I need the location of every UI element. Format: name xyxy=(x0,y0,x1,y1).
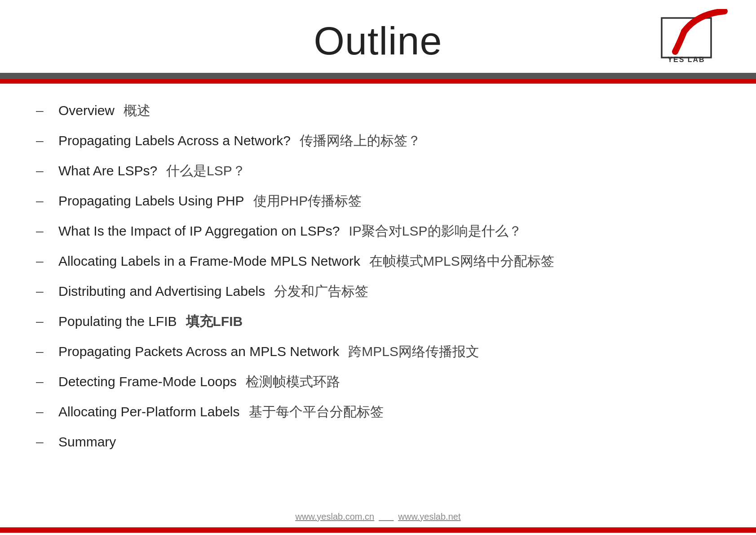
list-dash: – xyxy=(36,373,49,390)
list-dash: – xyxy=(36,132,49,149)
list-item: –Allocating Per-Platform Labels基于每个平台分配标… xyxy=(36,403,720,420)
footer-url1[interactable]: www.yeslab.com.cn xyxy=(296,512,375,522)
list-item: –Allocating Labels in a Frame-Mode MPLS … xyxy=(36,252,720,270)
list-item-cn: 基于每个平台分配标签 xyxy=(249,404,384,419)
list-dash: – xyxy=(36,343,49,360)
list-item-cn: 概述 xyxy=(124,103,150,118)
list-item-cn: 在帧模式MPLS网络中分配标签 xyxy=(369,254,554,268)
list-item-en: What Are LSPs? xyxy=(58,163,157,178)
list-dash: – xyxy=(36,192,49,210)
yes-lab-logo: YES LAB xyxy=(657,9,734,67)
list-dash: – xyxy=(36,222,49,240)
list-dash: – xyxy=(36,433,49,450)
list-item-en: Propagating Packets Across an MPLS Netwo… xyxy=(58,344,339,359)
svg-text:YES LAB: YES LAB xyxy=(668,56,705,63)
logo-container: YES LAB xyxy=(657,9,734,69)
list-dash: – xyxy=(36,102,49,119)
list-item-cn: 跨MPLS网络传播报文 xyxy=(348,344,479,359)
list-dash: – xyxy=(36,282,49,300)
list-item-en: Detecting Frame-Mode Loops xyxy=(58,374,237,389)
outline-list: –Overview概述–Propagating Labels Across a … xyxy=(36,102,720,463)
list-item-en: What Is the Impact of IP Aggregation on … xyxy=(58,223,340,238)
list-dash: – xyxy=(36,312,49,330)
list-item-text: Distributing and Advertising Labels分发和广告… xyxy=(58,282,368,300)
list-item-cn: 什么是LSP？ xyxy=(166,163,246,178)
list-item-cn: IP聚合对LSP的影响是什么？ xyxy=(349,223,522,238)
list-item-en: Summary xyxy=(58,434,116,449)
list-item-text: Propagating Labels Across a Network?传播网络… xyxy=(58,132,421,149)
list-item: –Summary xyxy=(36,433,720,450)
list-dash: – xyxy=(36,162,49,179)
footer-url2[interactable]: www.yeslab.net xyxy=(398,512,461,522)
list-item-cn: 传播网络上的标签？ xyxy=(300,133,421,148)
list-item: –Detecting Frame-Mode Loops检测帧模式环路 xyxy=(36,373,720,390)
list-item: –What Is the Impact of IP Aggregation on… xyxy=(36,222,720,240)
list-item-en: Propagating Labels Using PHP xyxy=(58,193,244,208)
list-item-text: Propagating Labels Using PHP使用PHP传播标签 xyxy=(58,192,362,210)
list-item: –Distributing and Advertising Labels分发和广… xyxy=(36,282,720,300)
list-item-text: Propagating Packets Across an MPLS Netwo… xyxy=(58,343,479,360)
list-item-en: Overview xyxy=(58,103,115,118)
slide: Outline YES LAB –Overview概述–Propagating … xyxy=(0,0,756,535)
list-item-cn: 分发和广告标签 xyxy=(274,284,368,299)
separator-gray xyxy=(0,73,756,79)
header: Outline YES LAB xyxy=(0,0,756,73)
list-item-cn: 检测帧模式环路 xyxy=(246,374,340,389)
list-item-text: Allocating Per-Platform Labels基于每个平台分配标签 xyxy=(58,403,384,420)
list-item-text: Allocating Labels in a Frame-Mode MPLS N… xyxy=(58,252,554,270)
list-item-en: Distributing and Advertising Labels xyxy=(58,284,265,299)
svg-rect-0 xyxy=(662,18,711,58)
list-item-en: Allocating Per-Platform Labels xyxy=(58,404,240,419)
list-dash: – xyxy=(36,252,49,270)
list-item-en: Allocating Labels in a Frame-Mode MPLS N… xyxy=(58,254,360,268)
list-item-text: What Are LSPs?什么是LSP？ xyxy=(58,162,246,179)
list-item: –Propagating Labels Across a Network?传播网… xyxy=(36,132,720,149)
slide-title: Outline xyxy=(27,18,729,64)
footer: www.yeslab.com.cn www.yeslab.net xyxy=(0,505,756,535)
list-dash: – xyxy=(36,403,49,420)
list-item: –Propagating Packets Across an MPLS Netw… xyxy=(36,343,720,360)
list-item-text: What Is the Impact of IP Aggregation on … xyxy=(58,222,522,240)
list-item: –Populating the LFIB填充LFIB xyxy=(36,312,720,330)
list-item-en: Propagating Labels Across a Network? xyxy=(58,133,291,148)
separator-red xyxy=(0,79,756,84)
list-item: –Overview概述 xyxy=(36,102,720,119)
list-item-cn: 使用PHP传播标签 xyxy=(253,193,362,208)
list-item-text: Populating the LFIB填充LFIB xyxy=(58,312,243,330)
list-item: –What Are LSPs?什么是LSP？ xyxy=(36,162,720,179)
list-item-text: Overview概述 xyxy=(58,102,150,119)
list-item-text: Detecting Frame-Mode Loops检测帧模式环路 xyxy=(58,373,340,390)
list-item-text: Summary xyxy=(58,433,116,450)
footer-links: www.yeslab.com.cn www.yeslab.net xyxy=(291,512,465,522)
footer-red-bar xyxy=(0,527,756,533)
list-item: –Propagating Labels Using PHP使用PHP传播标签 xyxy=(36,192,720,210)
list-item-en: Populating the LFIB xyxy=(58,314,177,329)
content-area: –Overview概述–Propagating Labels Across a … xyxy=(0,84,756,505)
list-item-cn: 填充LFIB xyxy=(186,314,243,329)
